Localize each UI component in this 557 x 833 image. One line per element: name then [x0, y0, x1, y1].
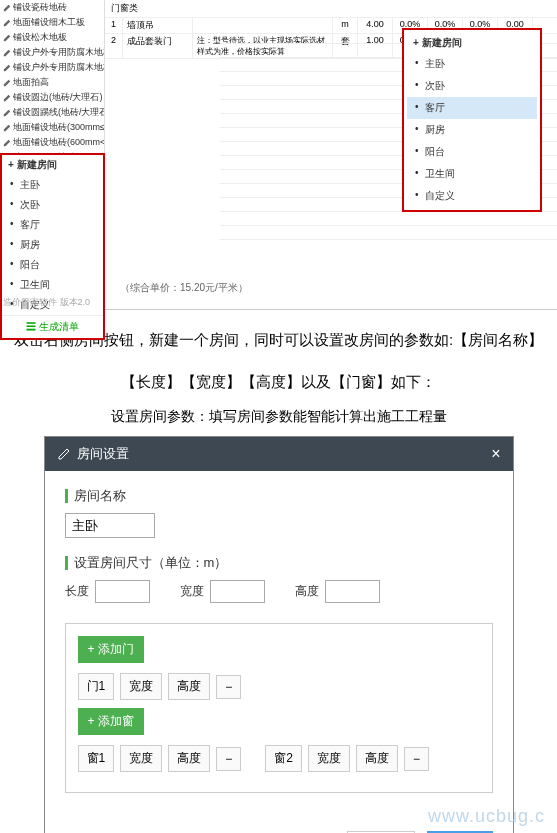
room-list-panel: + 新建房间 主卧次卧客厅厨房阳台卫生间自定义 ☰ 生成清单: [0, 153, 105, 340]
price-note: （综合单价：15.20元/平米）: [120, 281, 248, 295]
room-menu-item[interactable]: 主卧: [407, 53, 537, 75]
instruction-text-2: 【长度】【宽度】【高度】以及【门窗】如下：: [0, 369, 557, 404]
spreadsheet-view: 铺设瓷砖地砖地面铺设细木工板铺设松木地板铺设户外专用防腐木地板准铺设户外专用防腐…: [0, 0, 557, 310]
instruction-text-3: 设置房间参数：填写房间参数能智能计算出施工工程量: [0, 404, 557, 436]
room-menu-item[interactable]: 卫生间: [407, 163, 537, 185]
pencil-icon: [3, 49, 11, 57]
height-input[interactable]: [325, 580, 380, 603]
add-door-button[interactable]: + 添加门: [78, 636, 144, 663]
room-list-item[interactable]: 次卧: [2, 195, 103, 215]
pencil-icon: [3, 19, 11, 27]
window-1-width[interactable]: 宽度: [120, 745, 162, 772]
room-menu-item[interactable]: 次卧: [407, 75, 537, 97]
pencil-icon: [3, 124, 11, 132]
sidebar-item[interactable]: 地面铺设地砖(600mm<单: [0, 135, 104, 150]
room-menu-item[interactable]: 阳台: [407, 141, 537, 163]
sidebar-item[interactable]: 地面铺设细木工板: [0, 15, 104, 30]
add-window-button[interactable]: + 添加窗: [78, 708, 144, 735]
room-list-item[interactable]: 主卧: [2, 175, 103, 195]
sidebar-item[interactable]: 铺设松木地板: [0, 30, 104, 45]
pencil-icon: [3, 79, 11, 87]
window-2-label: 窗2: [265, 745, 302, 772]
door-width-label[interactable]: 宽度: [120, 673, 162, 700]
window-2-width[interactable]: 宽度: [308, 745, 350, 772]
pencil-icon: [3, 4, 11, 12]
new-room-dropdown: + 新建房间 主卧次卧客厅厨房阳台卫生间自定义: [402, 28, 542, 212]
door-1-label: 门1: [78, 673, 115, 700]
dialog-title-bar[interactable]: 房间设置 ×: [45, 437, 513, 471]
pencil-icon: [3, 64, 11, 72]
dimensions-label: 设置房间尺寸（单位：m）: [65, 554, 493, 572]
window-2-height[interactable]: 高度: [356, 745, 398, 772]
remove-window-1-button[interactable]: −: [216, 747, 241, 771]
room-list-item[interactable]: 客厅: [2, 215, 103, 235]
sidebar-item[interactable]: 地面拍高: [0, 75, 104, 90]
room-menu-item[interactable]: 厨房: [407, 119, 537, 141]
close-icon[interactable]: ×: [491, 445, 500, 463]
sidebar-item[interactable]: 铺设圆边(地砖/大理石): [0, 90, 104, 105]
category-label: 门窗类: [111, 3, 138, 13]
height-label: 高度: [295, 583, 319, 600]
new-room-header[interactable]: + 新建房间: [407, 33, 537, 53]
new-room-header-left[interactable]: + 新建房间: [2, 155, 103, 175]
room-list-item[interactable]: 厨房: [2, 235, 103, 255]
room-menu-item[interactable]: 客厅: [407, 97, 537, 119]
length-label: 长度: [65, 583, 89, 600]
width-input[interactable]: [210, 580, 265, 603]
remove-door-button[interactable]: −: [216, 675, 241, 699]
door-window-section: + 添加门 门1 宽度 高度 − + 添加窗 窗1 宽度 高度 − 窗2 宽度 …: [65, 623, 493, 793]
room-menu-item[interactable]: 自定义: [407, 185, 537, 207]
sidebar-item[interactable]: 铺设瓷砖地砖: [0, 0, 104, 15]
pencil-icon: [57, 447, 71, 461]
pencil-icon: [3, 94, 11, 102]
width-label: 宽度: [180, 583, 204, 600]
sidebar-item[interactable]: 铺设户外专用防腐木地板准: [0, 45, 104, 60]
room-name-label: 房间名称: [65, 487, 493, 505]
door-height-label[interactable]: 高度: [168, 673, 210, 700]
remove-window-2-button[interactable]: −: [404, 747, 429, 771]
generate-list-button[interactable]: ☰ 生成清单: [2, 315, 103, 338]
footer-note: 造价管家软件 版本2.0: [3, 296, 90, 309]
pencil-icon: [3, 34, 11, 42]
window-1-label: 窗1: [78, 745, 115, 772]
room-settings-dialog: 房间设置 × 房间名称 设置房间尺寸（单位：m） 长度 宽度 高度: [44, 436, 514, 833]
room-list-item[interactable]: 卫生间: [2, 275, 103, 295]
room-name-input[interactable]: [65, 513, 155, 538]
sidebar-item[interactable]: 地面铺设地砖(300mm≤单: [0, 120, 104, 135]
sidebar-item[interactable]: 铺设圆踢线(地砖/大理石): [0, 105, 104, 120]
sidebar-item[interactable]: 铺设户外专用防腐木地板: [0, 60, 104, 75]
room-list-item[interactable]: 阳台: [2, 255, 103, 275]
pencil-icon: [3, 109, 11, 117]
window-1-height[interactable]: 高度: [168, 745, 210, 772]
length-input[interactable]: [95, 580, 150, 603]
pencil-icon: [3, 139, 11, 147]
dialog-title: 房间设置: [77, 445, 129, 463]
